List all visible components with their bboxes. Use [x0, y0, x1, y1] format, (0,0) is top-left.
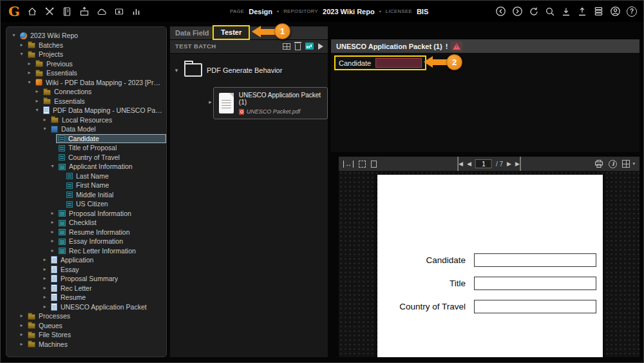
- tree-item[interactable]: ▾PDF Data Mapping - UNESCO Packet: [6, 106, 166, 115]
- info-icon[interactable]: i: [609, 160, 617, 168]
- tree-item[interactable]: ▸Queues: [6, 321, 166, 331]
- tree-item-content[interactable]: Essentials: [41, 97, 166, 106]
- back-icon[interactable]: [495, 6, 506, 17]
- tree-item-content[interactable]: Rec Letter Information: [56, 246, 166, 255]
- expand-icon[interactable]: ▸: [41, 265, 48, 274]
- tools-icon[interactable]: [44, 6, 55, 17]
- expand-icon[interactable]: ▸: [26, 68, 33, 77]
- tree-item-content[interactable]: Proposal Information: [56, 209, 166, 218]
- expand-icon[interactable]: ▸: [26, 59, 33, 68]
- expand-icon[interactable]: ▸: [33, 97, 41, 106]
- viewer-canvas[interactable]: CandidateTitleCountry of Travel: [339, 171, 639, 357]
- tree-item[interactable]: ▾Applicant Information: [6, 162, 166, 172]
- batch-grid-icon[interactable]: [283, 43, 290, 50]
- page-value[interactable]: Design: [249, 8, 272, 15]
- next-page-icon[interactable]: [507, 157, 511, 171]
- collapse-icon[interactable]: ▾: [173, 67, 180, 74]
- first-page-icon[interactable]: [457, 157, 463, 171]
- tree-item-content[interactable]: Previous: [33, 59, 166, 68]
- collapse-icon[interactable]: ▾: [49, 162, 56, 171]
- expand-icon[interactable]: ▸: [41, 115, 48, 124]
- tree-item-content[interactable]: Applicant Information: [56, 162, 166, 171]
- expand-icon[interactable]: ▸: [33, 87, 41, 96]
- tab-tester[interactable]: Tester: [213, 25, 250, 40]
- tree-item[interactable]: US Citizen: [6, 199, 166, 209]
- collapse-icon[interactable]: ▾: [33, 106, 41, 115]
- last-page-icon[interactable]: [515, 157, 521, 171]
- refresh-icon[interactable]: [529, 6, 539, 17]
- ledger-icon[interactable]: [62, 6, 72, 17]
- collapse-icon[interactable]: ▾: [18, 50, 25, 59]
- previous-page-icon[interactable]: [467, 157, 471, 171]
- tree-item-content[interactable]: US Citizen: [64, 199, 166, 208]
- tree-item[interactable]: ▸Essay Information: [6, 237, 166, 246]
- tree-item-content[interactable]: UNESCO Application Packet: [48, 302, 166, 311]
- expand-icon[interactable]: ▸: [18, 321, 25, 330]
- tree-item[interactable]: ▸Resume Information: [6, 228, 166, 237]
- fit-width-icon[interactable]: [343, 161, 354, 168]
- tree-item[interactable]: ▸Processes: [6, 311, 166, 321]
- tree-item[interactable]: Last Name: [6, 172, 166, 181]
- tree-item-content[interactable]: Last Name: [64, 172, 166, 181]
- batch-folder-row[interactable]: ▾ PDF Generate Behavior: [173, 63, 328, 77]
- stack-icon[interactable]: [593, 6, 604, 17]
- delete-icon[interactable]: [295, 44, 301, 50]
- document-card[interactable]: UNESCO Application Packet (1) UNESCO Pac…: [213, 87, 328, 119]
- tree-item[interactable]: Candidate: [6, 134, 166, 144]
- collapse-icon[interactable]: ▾: [26, 78, 33, 87]
- batch-export-icon[interactable]: [79, 6, 90, 17]
- cloud-icon[interactable]: [97, 6, 107, 17]
- tree-item[interactable]: ▸Essentials: [6, 68, 166, 78]
- tree-item[interactable]: ▸File Stores: [6, 330, 166, 340]
- tree-item-content[interactable]: Data Model: [48, 124, 166, 133]
- expand-icon[interactable]: ▸: [41, 284, 48, 293]
- tree-item-content[interactable]: PDF Data Mapping - UNESCO Packet: [41, 106, 166, 115]
- import-icon[interactable]: [114, 6, 124, 17]
- pdf-field-input[interactable]: [474, 277, 596, 290]
- chevron-down-icon[interactable]: ▾: [632, 161, 635, 166]
- tree-item[interactable]: ▸Batches: [6, 41, 166, 50]
- tree-item-content[interactable]: Projects: [25, 50, 166, 59]
- tree-item-content[interactable]: Country of Travel: [56, 153, 166, 162]
- tree-item[interactable]: ▸Previous: [6, 59, 166, 69]
- tree-item-content[interactable]: Essay Information: [56, 237, 166, 246]
- upload-icon[interactable]: [577, 6, 587, 17]
- tree-item-content[interactable]: Rec Letter: [48, 284, 166, 293]
- tree-item-content[interactable]: Processes: [25, 311, 166, 320]
- tree-item[interactable]: ▸Rec Letter: [6, 284, 166, 293]
- tree-item-content[interactable]: Proposal Summary: [48, 274, 166, 283]
- help-icon[interactable]: ?: [627, 6, 637, 17]
- tree-item-content[interactable]: Essentials: [33, 68, 166, 77]
- expand-icon[interactable]: ▸: [41, 274, 48, 283]
- tree-item[interactable]: ▸Rec Letter Information: [6, 246, 166, 256]
- tree-item-content[interactable]: Essay: [48, 265, 166, 274]
- tree-item-content[interactable]: Local Resources: [48, 115, 166, 124]
- tree-item[interactable]: First Name: [6, 181, 166, 190]
- expand-icon[interactable]: ▸: [207, 99, 213, 105]
- expand-icon[interactable]: ▸: [49, 209, 56, 218]
- page-number-input[interactable]: [475, 159, 492, 168]
- tree-item-content[interactable]: Application: [48, 255, 166, 264]
- collapse-icon[interactable]: ▾: [41, 124, 48, 133]
- tree-item[interactable]: ▸Essentials: [6, 97, 166, 106]
- run-test-icon[interactable]: [318, 43, 323, 50]
- tree-item[interactable]: ▾2023 Wiki Repo: [6, 31, 166, 41]
- tree-item-content[interactable]: Resume: [48, 293, 166, 302]
- repository-value[interactable]: 2023 Wiki Repo: [323, 8, 375, 15]
- tree-item-content[interactable]: Candidate: [56, 134, 166, 143]
- tree-item[interactable]: ▸Checklist: [6, 218, 166, 228]
- tree-item-content[interactable]: Machines: [25, 340, 166, 349]
- stats-icon[interactable]: [131, 6, 142, 17]
- expand-icon[interactable]: ▸: [41, 255, 48, 264]
- tree-item-content[interactable]: First Name: [64, 181, 166, 190]
- tree-item[interactable]: ▸Machines: [6, 340, 166, 349]
- tree-item-content[interactable]: Queues: [25, 321, 166, 330]
- warning-badge[interactable]: [451, 41, 462, 52]
- licensee-value[interactable]: BIS: [417, 8, 428, 15]
- pdf-field-input[interactable]: [474, 300, 596, 313]
- tree-item-content[interactable]: Title of Proposal: [56, 143, 166, 152]
- account-icon[interactable]: [610, 6, 621, 17]
- tree-item-content[interactable]: File Stores: [25, 330, 166, 339]
- tree-item[interactable]: ▸Proposal Information: [6, 209, 166, 219]
- collapse-icon[interactable]: ▾: [10, 31, 17, 40]
